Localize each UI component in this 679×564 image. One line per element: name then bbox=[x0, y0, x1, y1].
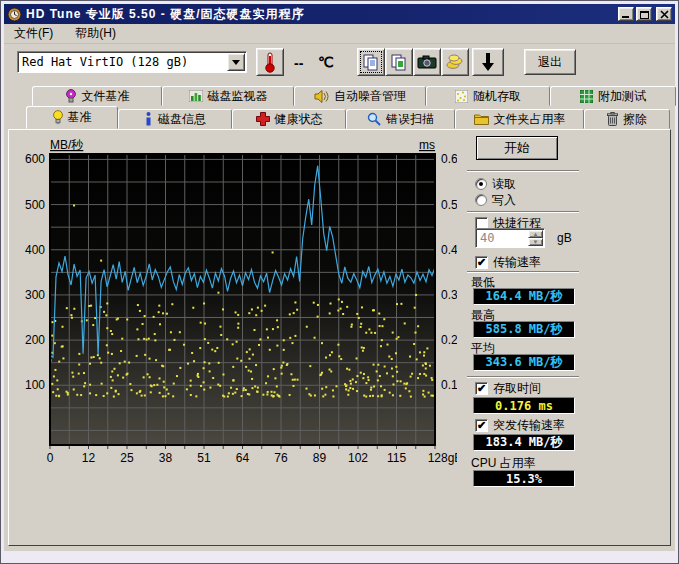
coins-icon bbox=[446, 54, 464, 70]
down-arrow-icon bbox=[481, 53, 495, 71]
read-radio-row[interactable]: 读取 bbox=[475, 177, 516, 191]
svg-text:115: 115 bbox=[387, 451, 406, 465]
burst-rate-checkbox[interactable]: ✔ bbox=[475, 419, 488, 432]
stepper-down-icon[interactable]: ▼ bbox=[528, 238, 543, 246]
save-results-button[interactable] bbox=[472, 48, 504, 76]
donate-button[interactable] bbox=[441, 48, 469, 76]
svg-text:0.20: 0.20 bbox=[441, 333, 457, 347]
disk-monitor-icon bbox=[189, 90, 203, 102]
folder-icon bbox=[474, 113, 489, 125]
drive-selector[interactable]: Red Hat VirtIO (128 gB) bbox=[17, 51, 247, 73]
svg-text:12: 12 bbox=[82, 451, 96, 465]
svg-text:600: 600 bbox=[25, 152, 45, 166]
separator bbox=[467, 211, 579, 213]
svg-text:0.50: 0.50 bbox=[441, 198, 457, 212]
access-time-display: 0.176 ms bbox=[473, 397, 575, 414]
temperature-button[interactable] bbox=[256, 48, 284, 76]
min-value-display: 164.4 MB/秒 bbox=[473, 288, 575, 305]
svg-text:0.30: 0.30 bbox=[441, 288, 457, 302]
tab-label: 文件夹占用率 bbox=[494, 111, 566, 128]
info-icon bbox=[144, 112, 153, 126]
svg-text:ms: ms bbox=[419, 138, 435, 152]
thermometer-icon bbox=[264, 51, 276, 73]
maximize-button[interactable] bbox=[636, 7, 652, 21]
tab-label: 健康状态 bbox=[275, 111, 323, 128]
tab-file-benchmark[interactable]: 文件基准 bbox=[32, 86, 162, 106]
svg-text:500: 500 bbox=[25, 198, 45, 212]
read-label: 读取 bbox=[492, 176, 516, 193]
chevron-down-icon[interactable] bbox=[227, 53, 245, 71]
titlebar[interactable]: HD Tune 专业版 5.50 - 硬盘/固态硬盘实用程序 bbox=[4, 4, 675, 24]
start-button[interactable]: 开始 bbox=[476, 136, 558, 160]
tabrow-bottom: 基准 磁盘信息 健康状态 错误扫描 文件夹占用率 擦除 bbox=[26, 106, 670, 129]
burst-rate-label: 突发传输速率 bbox=[493, 417, 565, 434]
burst-rate-row[interactable]: ✔ 突发传输速率 bbox=[475, 418, 565, 432]
write-radio-row[interactable]: 写入 bbox=[475, 193, 516, 207]
benchmark-panel: MB/秒ms6005004003002001000.600.500.400.30… bbox=[8, 129, 671, 546]
tab-label: 磁盘信息 bbox=[158, 111, 206, 128]
svg-text:0.10: 0.10 bbox=[441, 378, 457, 392]
tab-benchmark[interactable]: 基准 bbox=[26, 106, 118, 129]
cpu-usage-display: 15.3% bbox=[473, 470, 575, 487]
svg-text:0: 0 bbox=[47, 451, 54, 465]
menu-help[interactable]: 帮助(H) bbox=[71, 24, 120, 43]
svg-text:MB/秒: MB/秒 bbox=[50, 138, 83, 152]
svg-text:76: 76 bbox=[274, 451, 288, 465]
write-label: 写入 bbox=[492, 192, 516, 209]
tab-aam[interactable]: 自动噪音管理 bbox=[294, 86, 426, 106]
copy-image-button[interactable] bbox=[385, 48, 413, 76]
stepper-up-icon[interactable]: ▲ bbox=[528, 230, 543, 238]
svg-text:51: 51 bbox=[197, 451, 211, 465]
tab-label: 磁盘监视器 bbox=[208, 88, 268, 105]
transfer-rate-row[interactable]: ✔ 传输速率 bbox=[475, 255, 541, 269]
screenshot-button[interactable] bbox=[413, 48, 441, 76]
transfer-rate-checkbox[interactable]: ✔ bbox=[475, 256, 488, 269]
separator bbox=[467, 170, 579, 172]
access-time-row[interactable]: ✔ 存取时间 bbox=[475, 381, 541, 395]
drive-selector-value: Red Hat VirtIO (128 gB) bbox=[18, 55, 226, 69]
svg-text:64: 64 bbox=[236, 451, 250, 465]
minimize-button[interactable] bbox=[618, 7, 634, 21]
menubar: 文件(F) 帮助(H) bbox=[4, 24, 675, 44]
separator bbox=[467, 271, 579, 273]
avg-label: 平均 bbox=[471, 340, 495, 354]
svg-text:200: 200 bbox=[25, 333, 45, 347]
tab-folder-usage[interactable]: 文件夹占用率 bbox=[455, 109, 584, 129]
tab-label: 擦除 bbox=[623, 111, 647, 128]
read-radio[interactable] bbox=[475, 178, 487, 190]
tab-label: 随机存取 bbox=[473, 88, 521, 105]
menu-file[interactable]: 文件(F) bbox=[10, 24, 57, 43]
extra-tests-icon bbox=[580, 90, 593, 103]
separator bbox=[467, 376, 579, 378]
close-icon bbox=[660, 10, 669, 19]
cpu-usage-label: CPU 占用率 bbox=[471, 455, 536, 469]
temperature-unit: ℃ bbox=[318, 54, 334, 70]
benchmark-icon bbox=[53, 110, 63, 125]
max-label: 最高 bbox=[471, 307, 495, 321]
svg-text:100: 100 bbox=[25, 378, 45, 392]
svg-text:89: 89 bbox=[313, 451, 327, 465]
tab-error-scan[interactable]: 错误扫描 bbox=[346, 109, 455, 129]
short-stroke-stepper[interactable]: 40 ▲ ▼ bbox=[475, 228, 545, 248]
tab-label: 附加测试 bbox=[598, 88, 646, 105]
random-access-icon bbox=[455, 90, 468, 103]
tab-disk-info[interactable]: 磁盘信息 bbox=[118, 109, 232, 129]
copy-text-button[interactable] bbox=[357, 48, 385, 76]
tab-extra-tests[interactable]: 附加测试 bbox=[550, 86, 676, 106]
tab-label: 错误扫描 bbox=[386, 111, 434, 128]
tab-disk-monitor[interactable]: 磁盘监视器 bbox=[162, 86, 294, 106]
temperature-value: -- bbox=[294, 55, 303, 71]
access-time-checkbox[interactable]: ✔ bbox=[475, 382, 488, 395]
svg-text:300: 300 bbox=[25, 288, 45, 302]
close-button[interactable] bbox=[656, 7, 672, 21]
tab-random-access[interactable]: 随机存取 bbox=[426, 86, 550, 106]
access-time-label: 存取时间 bbox=[493, 380, 541, 397]
exit-button[interactable]: 退出 bbox=[524, 49, 576, 75]
tab-erase[interactable]: 擦除 bbox=[584, 109, 670, 129]
copy-text-icon bbox=[362, 53, 380, 71]
transfer-rate-label: 传输速率 bbox=[493, 254, 541, 271]
maximize-icon bbox=[640, 10, 649, 19]
tab-health[interactable]: 健康状态 bbox=[232, 109, 346, 129]
write-radio[interactable] bbox=[475, 194, 487, 206]
svg-text:0.40: 0.40 bbox=[441, 243, 457, 257]
